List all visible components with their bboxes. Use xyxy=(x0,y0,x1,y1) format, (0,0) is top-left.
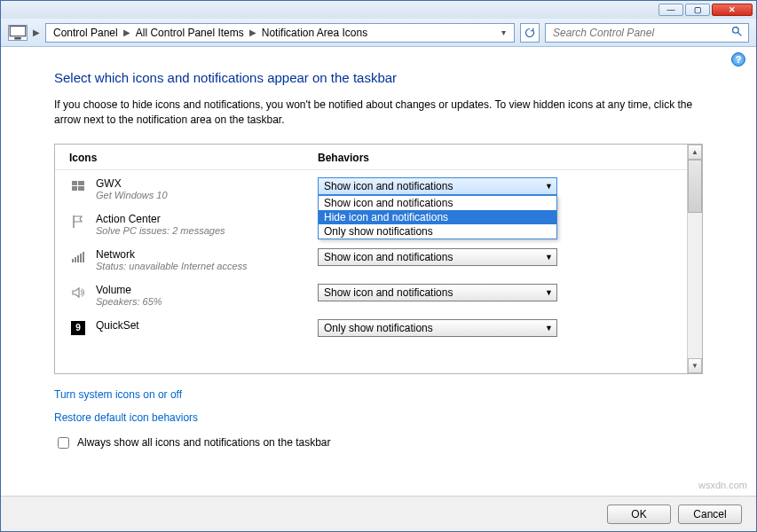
help-icon[interactable]: ? xyxy=(731,52,745,66)
icon-subtext: Get Windows 10 xyxy=(96,190,168,200)
window: — ▢ ✕ ▶ Control Panel ▶ All Control Pane… xyxy=(0,0,757,532)
icon-row: GWX Get Windows 10 Show icon and notific… xyxy=(55,170,687,206)
column-header-behaviors: Behaviors xyxy=(318,152,673,164)
cancel-button[interactable]: Cancel xyxy=(678,505,742,524)
quickset-icon: 9 xyxy=(69,319,87,335)
chevron-right-icon: ▶ xyxy=(249,27,256,37)
svg-rect-5 xyxy=(78,181,84,185)
always-show-checkbox[interactable] xyxy=(58,437,69,449)
titlebar: — ▢ ✕ xyxy=(1,1,756,19)
scrollbar[interactable]: ▲ ▼ xyxy=(687,145,702,373)
combobox-value: Show icon and notifications xyxy=(324,251,453,263)
gwx-icon xyxy=(69,177,87,193)
address-dropdown-button[interactable]: ▾ xyxy=(496,27,510,37)
combobox-value: Show icon and notifications xyxy=(324,180,453,192)
svg-rect-9 xyxy=(75,257,76,262)
chevron-down-icon: ▼ xyxy=(545,182,553,191)
svg-point-2 xyxy=(733,27,739,33)
icon-name: Action Center xyxy=(96,213,225,225)
svg-rect-6 xyxy=(72,186,77,191)
svg-line-3 xyxy=(737,32,741,35)
minimize-button[interactable]: — xyxy=(658,4,683,16)
scroll-track[interactable] xyxy=(688,213,702,358)
svg-rect-4 xyxy=(72,181,77,185)
combobox-value: Only show notifications xyxy=(324,322,433,334)
svg-rect-8 xyxy=(72,259,74,262)
dropdown-option[interactable]: Hide icon and notifications xyxy=(319,210,556,224)
page-description: If you choose to hide icons and notifica… xyxy=(54,98,703,128)
search-box[interactable] xyxy=(545,23,749,43)
breadcrumb-item[interactable]: All Control Panel Items xyxy=(132,27,248,39)
checkbox-label: Always show all icons and notifications … xyxy=(77,436,331,449)
footer: OK Cancel xyxy=(1,496,756,531)
ok-button[interactable]: OK xyxy=(607,505,671,524)
svg-rect-0 xyxy=(10,26,26,35)
network-icon xyxy=(69,248,87,264)
scroll-thumb[interactable] xyxy=(688,160,702,213)
chevron-right-icon: ▶ xyxy=(123,27,130,37)
scroll-down-button[interactable]: ▼ xyxy=(688,358,702,373)
svg-rect-1 xyxy=(14,37,21,40)
behavior-combobox[interactable]: Show icon and notifications ▼ xyxy=(318,284,557,301)
breadcrumb-item[interactable]: Control Panel xyxy=(50,27,122,39)
svg-rect-12 xyxy=(83,252,84,262)
svg-rect-11 xyxy=(80,254,82,262)
behavior-combobox[interactable]: Only show notifications ▼ xyxy=(318,319,557,337)
icon-row: Network Status: unavailable Internet acc… xyxy=(55,241,687,277)
icon-name: Volume xyxy=(96,284,162,296)
maximize-button[interactable]: ▢ xyxy=(685,4,710,16)
search-input[interactable] xyxy=(551,26,720,40)
address-bar: ▶ Control Panel ▶ All Control Panel Item… xyxy=(1,19,756,47)
column-header-icons: Icons xyxy=(69,152,318,164)
icon-name: Network xyxy=(96,248,248,261)
behavior-dropdown[interactable]: Show icon and notifications Hide icon an… xyxy=(318,195,557,239)
behavior-combobox[interactable]: Show icon and notifications ▼ xyxy=(318,248,557,266)
page-title: Select which icons and notifications app… xyxy=(54,70,703,85)
watermark: wsxdn.com xyxy=(698,480,747,490)
close-button[interactable]: ✕ xyxy=(712,4,753,16)
flag-icon xyxy=(69,213,87,229)
search-icon[interactable] xyxy=(731,26,743,40)
chevron-right-icon: ▶ xyxy=(33,27,40,37)
link-system-icons[interactable]: Turn system icons on or off xyxy=(54,388,703,401)
icon-subtext: Solve PC issues: 2 messages xyxy=(96,225,225,236)
svg-rect-7 xyxy=(78,186,84,191)
icon-name: GWX xyxy=(96,177,168,190)
icon-row: Volume Speakers: 65% Show icon and notif… xyxy=(55,277,687,312)
icons-panel: Icons Behaviors GWX Get Windows 10 xyxy=(54,144,703,374)
chevron-down-icon: ▼ xyxy=(545,253,553,262)
dropdown-option[interactable]: Show icon and notifications xyxy=(319,196,556,210)
chevron-down-icon: ▼ xyxy=(545,324,553,332)
combobox-value: Show icon and notifications xyxy=(324,286,453,299)
icon-row: 9 QuickSet Only show notifications ▼ xyxy=(55,312,687,342)
content-area: ? Select which icons and notifications a… xyxy=(1,47,756,496)
svg-rect-10 xyxy=(77,255,79,262)
behavior-combobox[interactable]: Show icon and notifications ▼ xyxy=(318,177,557,195)
icon-subtext: Status: unavailable Internet access xyxy=(96,261,248,271)
volume-icon xyxy=(69,284,87,300)
refresh-button[interactable] xyxy=(520,23,540,43)
dropdown-option[interactable]: Only show notifications xyxy=(319,224,556,239)
icon-name: QuickSet xyxy=(96,319,139,332)
breadcrumb[interactable]: Control Panel ▶ All Control Panel Items … xyxy=(45,23,515,43)
scroll-up-button[interactable]: ▲ xyxy=(688,145,702,160)
chevron-down-icon: ▼ xyxy=(545,288,553,297)
computer-icon[interactable] xyxy=(8,25,28,41)
link-restore-defaults[interactable]: Restore default icon behaviors xyxy=(54,411,703,424)
breadcrumb-item[interactable]: Notification Area Icons xyxy=(258,27,371,39)
icon-subtext: Speakers: 65% xyxy=(96,296,162,307)
